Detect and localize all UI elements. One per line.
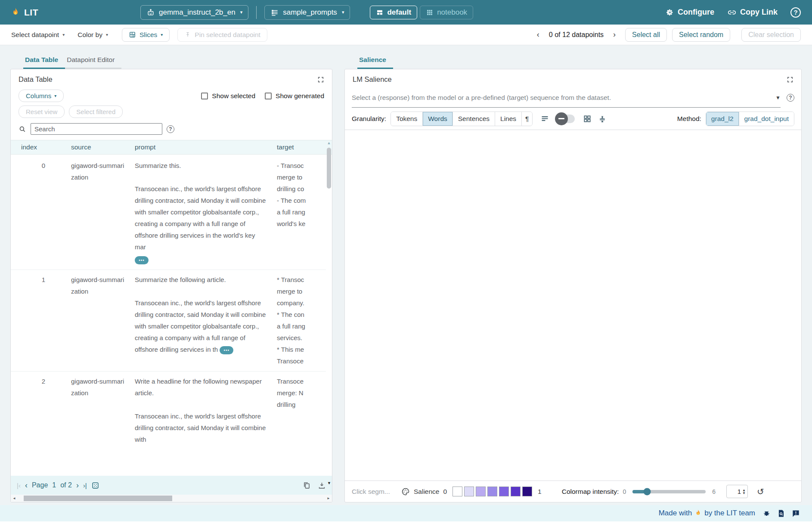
grid-view-icon[interactable] [583,115,592,123]
scroll-right-icon[interactable]: ► [325,496,332,500]
column-header-source[interactable]: source [71,143,135,151]
method-grad-l2[interactable]: grad_l2 [706,112,739,126]
cell-index: 1 [11,274,71,367]
reset-view-label: Reset view [26,108,57,115]
configure-label: Configure [678,8,714,17]
table-vertical-scrollbar[interactable]: ▲ [326,140,332,476]
pin-selected-button[interactable]: Pin selected datapoint [177,28,267,42]
first-page-icon[interactable]: |‹ [17,482,21,489]
tab-salience[interactable]: Salience [357,56,393,69]
scroll-down-icon[interactable]: ▼ [327,481,331,485]
granularity-sentences[interactable]: Sentences [452,112,495,126]
table-row[interactable]: 2 gigaword-summarization Write a headlin… [11,372,326,449]
column-header-target[interactable]: target [277,143,332,151]
tab-datapoint-editor[interactable]: Datapoint Editor [65,56,121,69]
granularity-label: Granularity: [352,115,386,123]
search-input[interactable] [31,123,162,135]
last-page-icon[interactable]: ›| [83,482,87,489]
select-random-label: Select random [679,31,723,39]
prev-datapoint-icon[interactable]: ‹ [537,30,539,39]
credit-text-after: by the LIT team [704,509,755,518]
reset-icon[interactable]: ↺ [757,487,764,497]
show-selected-label: Show selected [212,92,255,100]
cell-target: Transoce merge: N drilling [277,375,326,445]
slider-thumb[interactable] [644,488,651,495]
app-title: LIT [24,7,38,18]
show-more-button[interactable]: ••• [220,346,233,354]
scroll-left-icon[interactable]: ◄ [11,496,18,500]
scrollbar-thumb[interactable] [327,148,331,189]
intensity-input[interactable]: 1 ▲▼ [726,485,748,498]
granularity-tokens[interactable]: Tokens [391,112,422,126]
table-row[interactable]: 0 gigaword-summarization Summarize this.… [11,156,326,270]
select-datapoint-menu[interactable]: Select datapoint ▾ [11,31,65,39]
model-selector[interactable]: gemma_instruct_2b_en ▾ [140,5,248,20]
random-page-icon[interactable] [91,481,99,490]
align-lines-icon[interactable] [540,114,549,123]
show-more-button[interactable]: ••• [135,256,149,264]
salience-colormap-legend [452,487,532,496]
copy-table-icon[interactable] [303,481,311,490]
layout-default-button[interactable]: default [370,6,417,19]
tab-data-table[interactable]: Data Table [23,56,65,69]
expand-icon[interactable] [317,76,324,83]
dataset-selector[interactable]: sample_prompts ▾ [264,5,350,20]
module-title: LM Salience [353,75,392,84]
granularity-lines[interactable]: Lines [495,112,521,126]
color-by-label: Color by [77,31,102,39]
next-datapoint-icon[interactable]: › [613,30,616,39]
salience-toggle[interactable] [556,115,575,123]
column-header-prompt[interactable]: prompt [135,143,277,151]
stepper-icons[interactable]: ▲▼ [742,489,746,495]
right-tabstrip: Salience [344,45,802,69]
select-filtered-button[interactable]: Select filtered [69,105,123,118]
vertical-compress-icon[interactable] [598,115,607,123]
tab-datapoint-editor-label: Datapoint Editor [67,56,115,63]
scroll-up-icon[interactable]: ▲ [326,140,332,146]
right-panel: Salience LM Salience Select a (response)… [344,45,802,502]
copy-link-button[interactable]: Copy Link [727,8,778,17]
chevron-down-icon: ▾ [342,9,344,15]
select-random-button[interactable]: Select random [672,28,730,42]
download-icon[interactable] [318,481,326,490]
expand-icon[interactable] [787,76,793,83]
show-selected-checkbox[interactable]: Show selected [201,92,255,100]
checkbox-icon[interactable] [265,93,272,99]
granularity-paragraph-icon[interactable]: ¶ [521,112,532,126]
column-header-index[interactable]: index [11,143,71,151]
prev-page-icon[interactable]: ‹ [25,481,28,490]
select-all-button[interactable]: Select all [625,28,667,42]
slices-button[interactable]: Slices ▾ [122,28,170,42]
clear-selection-button[interactable]: Clear selection [741,28,801,42]
target-sequence-placeholder: Select a (response) from the model or a … [352,94,611,102]
salience-help-icon[interactable]: ? [787,94,794,102]
colormap-swatch [487,487,497,496]
method-grad-dot-input[interactable]: grad_dot_input [739,112,794,126]
bug-report-icon[interactable] [762,509,771,518]
columns-button[interactable]: Columns ▾ [19,90,64,102]
doc-search-icon[interactable] [777,509,785,518]
checkbox-icon[interactable] [201,93,208,99]
granularity-segmented-control: Tokens Words Sentences Lines ¶ [391,112,533,126]
select-datapoint-label: Select datapoint [11,31,59,39]
colormap-intensity-slider[interactable] [632,490,706,493]
table-row[interactable]: 1 gigaword-summarization Summarize the f… [11,270,326,372]
show-generated-checkbox[interactable]: Show generated [265,92,324,100]
salience-label: Salience [414,488,439,496]
granularity-words[interactable]: Words [422,112,452,126]
help-button[interactable]: ? [790,7,801,18]
table-horizontal-scrollbar[interactable]: ◄ ► [11,495,332,502]
next-page-icon[interactable]: › [76,481,79,490]
color-by-menu[interactable]: Color by ▾ [77,31,108,39]
cell-index: 0 [11,160,71,265]
tab-data-table-label: Data Table [25,56,58,63]
scrollbar-thumb[interactable] [24,496,172,501]
search-help-icon[interactable]: ? [167,125,174,133]
configure-button[interactable]: Configure [666,8,714,17]
slider-max: 6 [712,488,716,495]
target-sequence-select[interactable]: Select a (response) from the model or a … [352,88,781,108]
reset-view-button[interactable]: Reset view [19,105,65,118]
feedback-icon[interactable] [792,509,800,518]
layout-notebook-button[interactable]: notebook [420,6,473,19]
table-header-row: index source prompt target [11,140,332,155]
